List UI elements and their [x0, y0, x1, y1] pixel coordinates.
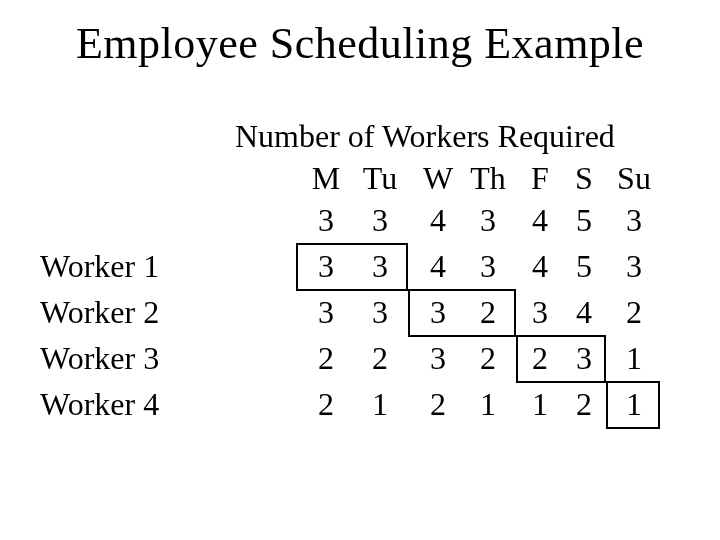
day-header: M [308, 160, 344, 197]
table-cell: 3 [466, 202, 510, 239]
table-cell: 1 [612, 340, 656, 377]
table-cell: 3 [612, 248, 656, 285]
table-cell: 2 [308, 386, 344, 423]
day-header: W [416, 160, 460, 197]
highlight-box [296, 243, 408, 291]
table-cell: 4 [416, 248, 460, 285]
table-cell: 3 [358, 294, 402, 331]
table-cell: 1 [466, 386, 510, 423]
highlight-box [408, 289, 516, 337]
page-title: Employee Scheduling Example [0, 0, 720, 69]
table-cell: 4 [566, 294, 602, 331]
day-header: Su [612, 160, 656, 197]
table-cell: 2 [358, 340, 402, 377]
table-subtitle: Number of Workers Required [235, 118, 615, 155]
table-cell: 3 [308, 202, 344, 239]
table-cell: 3 [612, 202, 656, 239]
table-cell: 2 [566, 386, 602, 423]
table-cell: 2 [612, 294, 656, 331]
table-cell: 4 [522, 202, 558, 239]
row-label: Worker 2 [40, 294, 159, 331]
table-cell: 5 [566, 248, 602, 285]
table-cell: 3 [466, 248, 510, 285]
table-cell: 4 [522, 248, 558, 285]
day-header: F [522, 160, 558, 197]
highlight-box [606, 381, 660, 429]
row-label: Worker 4 [40, 386, 159, 423]
table-cell: 5 [566, 202, 602, 239]
row-label: Worker 3 [40, 340, 159, 377]
day-header: Tu [358, 160, 402, 197]
table-cell: 2 [308, 340, 344, 377]
table-cell: 2 [466, 340, 510, 377]
day-header: Th [466, 160, 510, 197]
table-cell: 1 [522, 386, 558, 423]
table-cell: 1 [358, 386, 402, 423]
table-cell: 4 [416, 202, 460, 239]
row-label: Worker 1 [40, 248, 159, 285]
table-cell: 3 [308, 294, 344, 331]
highlight-box [516, 335, 606, 383]
day-header: S [566, 160, 602, 197]
table-cell: 3 [416, 340, 460, 377]
table-cell: 3 [522, 294, 558, 331]
table-cell: 2 [416, 386, 460, 423]
table-cell: 3 [358, 202, 402, 239]
